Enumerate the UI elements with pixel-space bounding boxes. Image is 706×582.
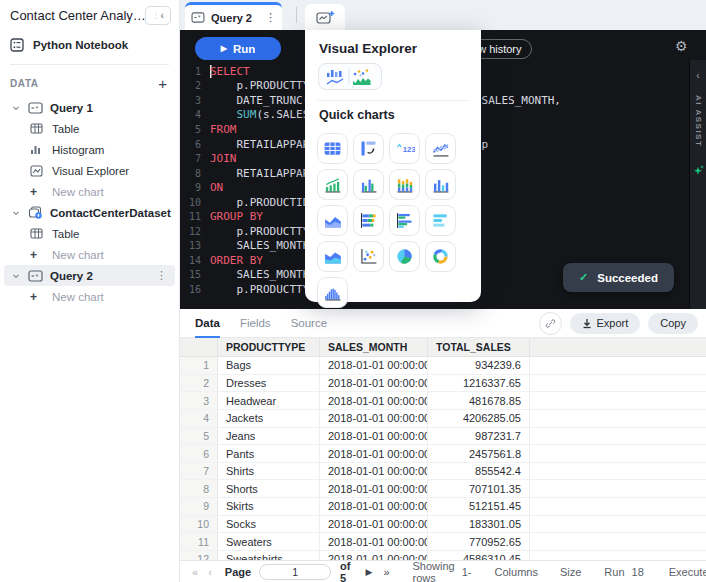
tree-item-query1-new-chart[interactable]: + New chart [0, 181, 179, 202]
table-row[interactable]: 2Dresses2018-01-01 00:00:001216337.65 [180, 375, 706, 393]
tab-kebab-menu-icon[interactable]: ⋮ [265, 11, 276, 24]
next-page-icon[interactable]: ▶ [365, 567, 372, 577]
table-cell: Dresses [218, 375, 320, 392]
chevron-down-icon[interactable] [12, 104, 28, 112]
table-row[interactable]: 6Pants2018-01-01 00:00:002457561.8 [180, 445, 706, 463]
first-page-icon[interactable]: « [192, 566, 198, 578]
sidebar-collapse-button[interactable]: ⋮ ‹ [145, 6, 171, 25]
quick-chart-stacked-column-icon[interactable] [389, 169, 420, 200]
dataset-upload-icon [28, 206, 50, 219]
previous-page-icon[interactable]: ‹ [208, 566, 212, 578]
table-cell: 4 [180, 410, 218, 427]
collapse-chevron-icon: ‹ [160, 10, 163, 21]
quick-chart-pie-icon[interactable] [389, 241, 420, 272]
tab-divider [296, 7, 297, 23]
run-button[interactable]: ▶ Run [195, 37, 281, 60]
add-data-button[interactable]: + [158, 76, 167, 91]
table-row[interactable]: 3Headwear2018-01-01 00:00:00481678.85 [180, 392, 706, 410]
quick-chart-single-value-icon[interactable]: 123 [389, 133, 420, 164]
visual-explorer-preview-icon [324, 67, 376, 87]
line-number: 15 [180, 269, 210, 280]
notebook-icon [10, 38, 24, 52]
quick-chart-table-icon[interactable] [317, 133, 348, 164]
quick-chart-donut-icon[interactable] [425, 241, 456, 272]
quick-chart-histogram-icon[interactable] [317, 277, 348, 308]
tree-item-query-1[interactable]: * Query 1 [0, 97, 179, 118]
tree-item-contactcenterdataset[interactable]: ContactCenterDataset [0, 202, 179, 223]
tree-item-query-2[interactable]: * Query 2 ⋮ [4, 265, 175, 286]
export-button[interactable]: Export [570, 313, 641, 334]
page-number-input[interactable] [259, 564, 331, 580]
plus-icon: + [30, 248, 52, 262]
table-cell: 2018-01-01 00:00:00 [320, 498, 428, 515]
new-chart-tab-button[interactable] [305, 4, 345, 30]
table-row[interactable]: 10Socks2018-01-01 00:00:00183301.05 [180, 516, 706, 534]
quick-chart-stacked-area-icon[interactable] [317, 241, 348, 272]
columns-control[interactable]: Columns [495, 566, 538, 578]
ai-sparkle-icon[interactable] [692, 163, 705, 181]
tree-item-dataset-new-chart[interactable]: + New chart [0, 244, 179, 265]
tab-query-2[interactable]: * Query 2 ⋮ [185, 2, 282, 30]
plus-icon: + [30, 185, 52, 199]
table-cell: Pants [218, 445, 320, 462]
rail-collapse-chevron-icon[interactable]: ‹ [696, 70, 699, 81]
results-table-body: 1Bags2018-01-01 00:00:00934239.62Dresses… [180, 357, 706, 560]
chevron-down-icon[interactable] [12, 272, 28, 280]
run-stat-label: Run [604, 566, 624, 578]
quick-chart-stacked-bar-h-icon[interactable] [353, 205, 384, 236]
kebab-menu-icon[interactable]: ⋮ [156, 269, 167, 282]
table-cell: 9 [180, 498, 218, 515]
visual-explorer-button[interactable] [318, 63, 382, 90]
column-header-producttype[interactable]: PRODUCTTYPE [218, 338, 320, 357]
quick-chart-area-icon[interactable] [317, 205, 348, 236]
table-cell: 183301.05 [428, 516, 530, 533]
quick-chart-line-icon[interactable] [425, 133, 456, 164]
sidebar-item-python-notebook[interactable]: Python Notebook [0, 29, 179, 60]
table-row[interactable]: 4Jackets2018-01-01 00:00:004206285.05 [180, 410, 706, 428]
tree-item-label: New chart [52, 186, 104, 198]
table-row[interactable]: 7Shirts2018-01-01 00:00:00855542.4 [180, 463, 706, 481]
tree-item-query1-histogram[interactable]: Histogram [0, 139, 179, 160]
tab-data[interactable]: Data [195, 309, 220, 338]
table-row[interactable]: 5Jeans2018-01-01 00:00:00987231.7 [180, 428, 706, 446]
table-cell: 855542.4 [428, 463, 530, 480]
table-row[interactable]: 11Sweaters2018-01-01 00:00:00770952.65 [180, 533, 706, 551]
table-cell: 1216337.65 [428, 375, 530, 392]
results-toolbar: Export Copy [539, 312, 706, 335]
tab-fields[interactable]: Fields [240, 309, 271, 338]
chevron-down-icon[interactable] [12, 209, 28, 217]
quick-chart-scatter-icon[interactable] [353, 241, 384, 272]
table-row[interactable]: 8Shorts2018-01-01 00:00:00707101.35 [180, 480, 706, 498]
quick-chart-bar-h-icon[interactable] [425, 205, 456, 236]
quick-chart-grouped-bar-h-icon[interactable] [389, 205, 420, 236]
table-cell: 12 [180, 551, 218, 560]
popup-divider [318, 100, 468, 101]
table-cell: 2018-01-01 00:00:00 [320, 533, 428, 550]
check-icon: ✓ [579, 271, 588, 284]
size-control[interactable]: Size [560, 566, 581, 578]
copy-button[interactable]: Copy [648, 313, 698, 334]
tree-item-query1-visual-explorer[interactable]: Visual Explorer [0, 160, 179, 181]
tree-item-dataset-table[interactable]: Table [0, 223, 179, 244]
settings-gear-icon[interactable]: ⚙ [675, 38, 688, 54]
quick-chart-pivot-icon[interactable] [353, 133, 384, 164]
quick-chart-column-icon[interactable] [425, 169, 456, 200]
tree-item-query2-new-chart[interactable]: + New chart [0, 286, 179, 307]
export-label: Export [597, 317, 629, 329]
status-badge: ✓ Succeeded [563, 263, 674, 292]
tab-source[interactable]: Source [291, 309, 327, 338]
tree-item-query1-table[interactable]: Table [0, 118, 179, 139]
chart-plus-icon [316, 10, 335, 25]
table-row[interactable]: 1Bags2018-01-01 00:00:00934239.6 [180, 357, 706, 375]
column-header-total-sales[interactable]: TOTAL_SALES [428, 338, 530, 357]
link-button[interactable] [539, 312, 562, 335]
table-cell: 987231.7 [428, 428, 530, 445]
column-header-sales-month[interactable]: SALES_MONTH [320, 338, 428, 357]
quick-chart-combo-icon[interactable] [317, 169, 348, 200]
last-page-icon[interactable]: » [383, 566, 389, 578]
table-cell: 2018-01-01 00:00:00 [320, 463, 428, 480]
quick-chart-grouped-column-icon[interactable] [353, 169, 384, 200]
table-icon [30, 228, 52, 239]
table-row[interactable]: 9Skirts2018-01-01 00:00:00512151.45 [180, 498, 706, 516]
table-cell: 2018-01-01 00:00:00 [320, 392, 428, 409]
